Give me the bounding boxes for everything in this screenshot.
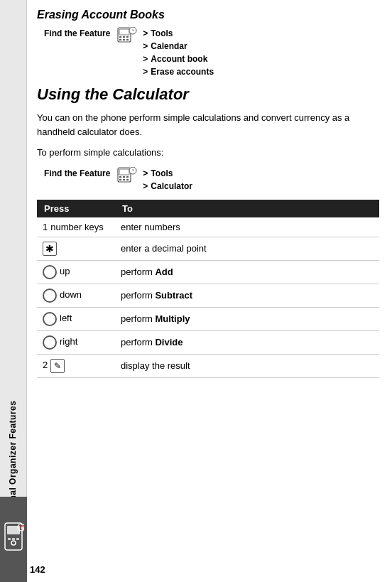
to-cell: enter a decimal point: [115, 237, 379, 260]
find-feature-block-2: Find the Feature: [44, 167, 379, 193]
to-cell: perform Add: [115, 260, 379, 284]
table-row: upperform Add: [37, 260, 379, 284]
table-row: downperform Subtract: [37, 284, 379, 307]
svg-rect-4: [12, 538, 15, 540]
circle-press-icon: [43, 289, 57, 303]
to-cell: perform Divide: [115, 330, 379, 354]
svg-rect-5: [16, 538, 19, 540]
table-row: leftperform Multiply: [37, 307, 379, 330]
feature-table: Press To 1number keysenter numbers✱enter…: [37, 200, 379, 378]
svg-rect-25: [123, 179, 125, 180]
find-feature-menu-2: >Tools >Calculator: [143, 167, 192, 193]
to-cell: perform Subtract: [115, 284, 379, 307]
press-cell: down: [37, 284, 115, 307]
svg-rect-21: [119, 176, 121, 178]
main-content: Erasing Account Books Find the Feature: [27, 0, 392, 582]
press-cell: right: [37, 330, 115, 354]
to-bold-text: Divide: [155, 337, 183, 347]
press-cell: ✱: [37, 237, 115, 260]
section2-body2: To perform simple calculations:: [37, 146, 379, 160]
svg-rect-11: [123, 36, 125, 38]
press-text: number keys: [50, 222, 103, 232]
svg-rect-15: [126, 39, 129, 41]
svg-rect-26: [126, 179, 129, 180]
page-number: 142: [30, 564, 45, 575]
press-cell: 1number keys: [37, 217, 115, 237]
svg-rect-12: [126, 36, 129, 38]
to-cell: display the result: [115, 354, 379, 377]
table-row: 1number keysenter numbers: [37, 217, 379, 237]
to-text: perform: [121, 290, 155, 301]
to-cell: enter numbers: [115, 217, 379, 237]
table-row: rightperform Divide: [37, 330, 379, 354]
section2-title: Using the Calculator: [37, 85, 379, 104]
page-wrapper: Personal Organizer Features ⏰ Erasing Ac…: [0, 0, 392, 582]
to-text: enter a decimal point: [121, 243, 207, 254]
svg-point-2: [11, 541, 16, 545]
to-bold-text: Multiply: [155, 313, 190, 324]
find-feature-label-1: Find the Feature: [44, 27, 110, 38]
svg-rect-23: [126, 176, 129, 178]
svg-text:⏰: ⏰: [20, 524, 25, 531]
circle-press-icon: [43, 335, 57, 350]
press-cell: 2✎: [37, 354, 115, 377]
header-press: Press: [37, 200, 115, 217]
press-cell: left: [37, 307, 115, 330]
to-text: display the result: [121, 360, 190, 371]
press-cell: up: [37, 260, 115, 284]
svg-rect-10: [119, 36, 121, 38]
device-icon: ⏰: [3, 522, 24, 557]
find-feature-icon-2: [117, 167, 137, 186]
header-to: To: [115, 200, 379, 217]
circle-press-icon: [43, 312, 57, 326]
svg-rect-14: [123, 39, 125, 41]
row-num: 2: [43, 360, 48, 370]
circle-press-icon: [43, 265, 57, 279]
to-bold-text: Subtract: [155, 290, 192, 301]
row-num: 1: [43, 222, 48, 232]
svg-rect-3: [8, 538, 11, 540]
star-press-icon: ✱: [43, 242, 57, 256]
sidebar-bottom: ⏰: [0, 497, 27, 582]
section1: Erasing Account Books Find the Feature: [37, 9, 379, 78]
table-row: 2✎display the result: [37, 354, 379, 377]
section1-title: Erasing Account Books: [37, 9, 379, 21]
to-text: perform: [121, 313, 155, 324]
find-feature-icon-1: [117, 27, 137, 46]
find-feature-block-1: Find the Feature: [44, 27, 379, 78]
table-row: ✱enter a decimal point: [37, 237, 379, 260]
svg-rect-22: [123, 176, 125, 178]
device-small-icon-1: [117, 27, 137, 43]
to-cell: perform Multiply: [115, 307, 379, 330]
sidebar: Personal Organizer Features ⏰: [0, 0, 27, 582]
device-small-icon-2: [117, 167, 137, 183]
press-text: left: [60, 313, 72, 323]
pencil-press-icon: ✎: [50, 359, 65, 373]
section2: Using the Calculator You can on the phon…: [37, 85, 379, 378]
svg-rect-20: [119, 169, 129, 175]
svg-rect-24: [119, 179, 121, 180]
find-feature-label-2: Find the Feature: [44, 167, 110, 178]
section2-body1: You can on the phone perform simple calc…: [37, 111, 379, 139]
svg-rect-13: [119, 39, 121, 41]
press-text: down: [60, 289, 82, 300]
table-body: 1number keysenter numbers✱enter a decima…: [37, 217, 379, 378]
to-bold-text: Add: [155, 266, 173, 277]
to-text: perform: [121, 266, 155, 277]
table-header-row: Press To: [37, 200, 379, 217]
svg-rect-9: [119, 29, 129, 35]
find-feature-menu-1: >Tools >Calendar >Account book >Erase ac…: [143, 27, 214, 78]
press-text: up: [60, 266, 70, 276]
to-text: perform: [121, 337, 155, 347]
press-text: right: [60, 336, 77, 347]
to-text: enter numbers: [121, 222, 180, 232]
